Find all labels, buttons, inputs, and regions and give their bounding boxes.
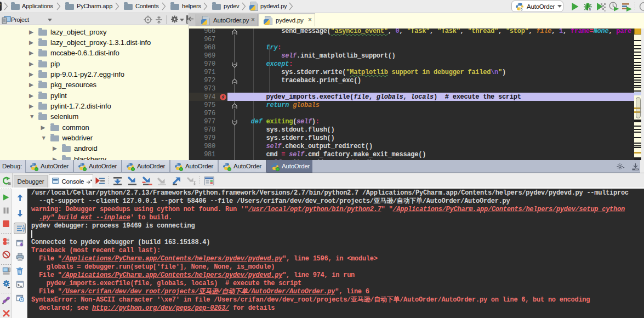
svg-text:6: 6 <box>589 7 591 11</box>
svg-text:6: 6 <box>521 7 523 11</box>
